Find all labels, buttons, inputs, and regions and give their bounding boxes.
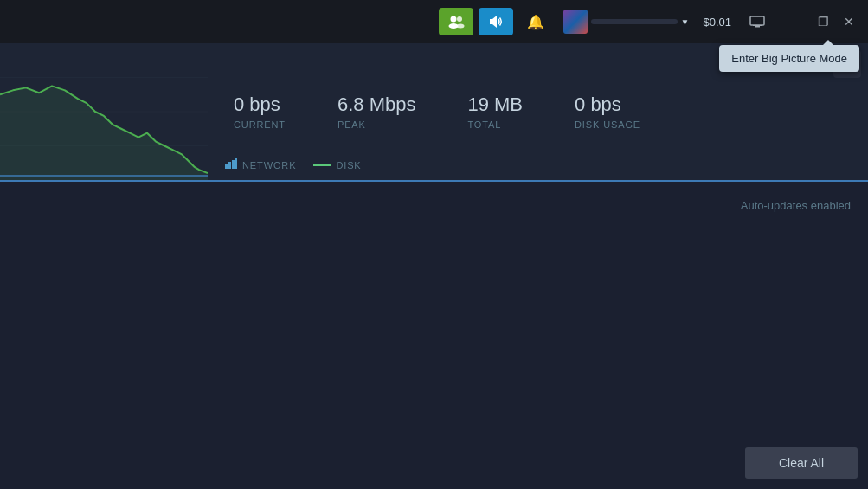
total-stat: 19 MB TOTAL <box>467 93 523 130</box>
big-picture-button[interactable] <box>740 8 775 35</box>
peak-label: PEAK <box>338 119 416 130</box>
disk-icon <box>313 164 331 166</box>
svg-point-0 <box>450 16 456 23</box>
svg-rect-15 <box>228 162 231 169</box>
chart-legend: NETWORK DISK <box>225 158 362 171</box>
divider-line <box>0 441 868 441</box>
chart-area <box>0 43 208 180</box>
svg-rect-5 <box>750 16 764 25</box>
peak-stat: 6.8 Mbps PEAK <box>338 93 416 130</box>
disk-value: 0 bps <box>575 93 640 116</box>
network-label: NETWORK <box>242 160 296 171</box>
network-icon <box>225 158 237 171</box>
user-menu-button[interactable]: ▼ <box>558 8 695 35</box>
disk-stat: 0 bps DISK USAGE <box>575 93 640 130</box>
svg-rect-14 <box>225 164 228 169</box>
window-controls: — ❐ ✕ <box>785 10 861 34</box>
total-value: 19 MB <box>467 93 523 116</box>
svg-rect-6 <box>755 26 760 28</box>
peak-value: 6.8 Mbps <box>338 93 416 116</box>
close-button[interactable]: ✕ <box>837 10 861 34</box>
bell-icon: 🔔 <box>527 14 544 30</box>
svg-rect-17 <box>235 158 237 169</box>
legend-disk: DISK <box>313 160 361 171</box>
current-label: CURRENT <box>234 119 286 130</box>
notification-button[interactable]: 🔔 <box>518 8 553 35</box>
current-stat: 0 bps CURRENT <box>234 93 286 130</box>
current-value: 0 bps <box>234 93 286 116</box>
clear-all-button[interactable]: Clear All <box>745 447 858 479</box>
disk-legend-label: DISK <box>336 160 361 171</box>
svg-marker-4 <box>490 16 497 28</box>
minimize-button[interactable]: — <box>785 10 809 34</box>
svg-rect-16 <box>232 160 235 169</box>
auto-updates-text: Auto-updates enabled <box>741 199 851 212</box>
announce-button[interactable] <box>479 8 513 35</box>
chevron-down-icon: ▼ <box>681 17 690 27</box>
lower-section: Auto-updates enabled Clear All <box>0 182 868 489</box>
wallet-balance: $0.01 <box>699 16 735 29</box>
avatar <box>563 10 588 34</box>
total-label: TOTAL <box>467 119 523 130</box>
titlebar: 🔔 ▼ $0.01 — ❐ ✕ <box>0 0 868 43</box>
restore-button[interactable]: ❐ <box>811 10 835 34</box>
svg-rect-7 <box>753 25 762 26</box>
friends-button[interactable] <box>439 8 473 35</box>
username-text <box>591 19 678 24</box>
svg-point-2 <box>457 16 462 22</box>
svg-point-3 <box>456 24 464 29</box>
big-picture-tooltip: Enter Big Picture Mode <box>719 45 859 72</box>
disk-label: DISK USAGE <box>575 119 640 130</box>
main-content: 0 bps CURRENT 6.8 Mbps PEAK 19 MB TOTAL … <box>0 43 868 489</box>
legend-network: NETWORK <box>225 158 296 171</box>
